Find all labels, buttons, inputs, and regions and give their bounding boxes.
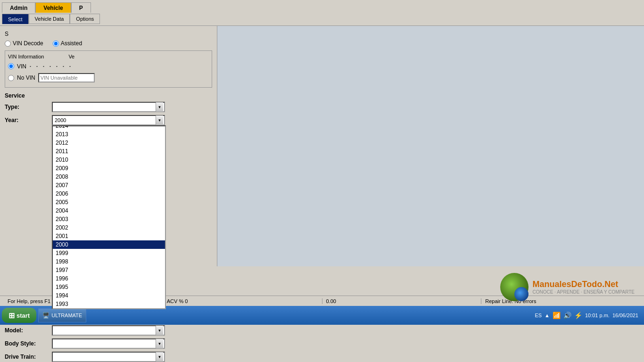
type-select-wrapper: ▼: [52, 102, 165, 112]
service-field: Service: [5, 92, 212, 99]
year-option-1995[interactable]: 1995: [53, 283, 165, 291]
taskbar-tray: ES ▲ 📶 🔊 ⚡ 10:01 p.m. 16/06/2021: [531, 312, 642, 319]
tray-date: 16/06/2021: [612, 313, 638, 318]
vin-decode-radio[interactable]: [5, 41, 11, 47]
watermark-logo-container: [500, 273, 528, 301]
year-option-2007[interactable]: 2007: [53, 181, 165, 189]
vin-decode-label: VIN Decode: [13, 40, 43, 47]
year-option-2003[interactable]: 2003: [53, 215, 165, 223]
mode-label: S: [5, 31, 212, 37]
tray-network-icon: 📶: [553, 312, 561, 319]
year-option-1997[interactable]: 1997: [53, 266, 165, 274]
drive-train-dropdown-arrow[interactable]: ▼: [156, 352, 163, 362]
year-option-2014[interactable]: 2014: [53, 125, 165, 130]
drive-train-select[interactable]: ▼: [52, 352, 165, 362]
vin-info-box: VIN Information Ve VIN · · · · · · · No …: [5, 50, 212, 88]
year-option-2005[interactable]: 2005: [53, 198, 165, 206]
model-select-wrapper: ▼: [52, 325, 165, 336]
model-dropdown-arrow[interactable]: ▼: [156, 326, 163, 335]
tab-vehicle[interactable]: Vehicle: [35, 2, 71, 13]
status-acv: ACV % 0: [163, 298, 322, 304]
vin-row: VIN · · · · · · ·: [8, 61, 209, 71]
status-amount: 0.00: [322, 298, 482, 304]
year-option-2006[interactable]: 2006: [53, 189, 165, 198]
year-option-1994[interactable]: 1994: [53, 291, 165, 300]
subtab-vehicle-data[interactable]: Vehicle Data: [29, 14, 70, 24]
type-dropdown-arrow[interactable]: ▼: [156, 102, 163, 112]
model-select[interactable]: ▼: [52, 325, 165, 336]
model-field: Model: ▼: [5, 325, 212, 336]
tab-admin[interactable]: Admin: [2, 2, 35, 13]
assisted-radio[interactable]: [53, 41, 59, 47]
watermark-text-block: ManualesDeTodo.Net CONOCE · APRENDE · EN…: [532, 280, 635, 295]
tray-time: 10:01 p.m.: [585, 313, 610, 318]
type-select[interactable]: ▼: [52, 102, 165, 112]
year-field: Year: 2000 ▼ 202220212020201920182017201…: [5, 115, 212, 125]
year-option-2001[interactable]: 2001: [53, 232, 165, 240]
year-option-1996[interactable]: 1996: [53, 274, 165, 283]
form-panel: S VIN Decode Assisted VIN Information Ve: [0, 26, 217, 266]
no-vin-row: No VIN: [8, 73, 209, 82]
watermark: ManualesDeTodo.Net CONOCE · APRENDE · EN…: [500, 273, 635, 301]
body-style-dropdown-arrow[interactable]: ▼: [156, 339, 163, 348]
drive-train-select-wrapper: ▼: [52, 352, 165, 362]
taskbar-app-ultramate[interactable]: 🖥️ ULTRAMATE: [38, 308, 86, 322]
vin-dots: · · · · · · ·: [29, 61, 72, 71]
tray-sound-icon: 🔊: [563, 312, 571, 319]
type-field: Type: ▼: [5, 102, 212, 112]
vin-decode-option[interactable]: VIN Decode: [5, 40, 43, 47]
year-option-2000[interactable]: 2000: [53, 240, 165, 249]
year-option-1993[interactable]: 1993: [53, 300, 165, 308]
year-dropdown-list[interactable]: 2022202120202019201820172016201520142013…: [52, 125, 166, 309]
year-option-2002[interactable]: 2002: [53, 223, 165, 232]
year-value: 2000: [55, 117, 66, 123]
sub-tab-bar: Select Vehicle Data Options: [0, 13, 644, 26]
year-option-2004[interactable]: 2004: [53, 206, 165, 215]
assisted-label: Assisted: [61, 40, 82, 47]
vin-label: VIN: [17, 63, 26, 70]
year-option-1998[interactable]: 1998: [53, 257, 165, 266]
start-button[interactable]: ⊞ start: [2, 308, 36, 323]
year-option-2011[interactable]: 2011: [53, 147, 165, 156]
tab-other[interactable]: P: [71, 2, 91, 13]
year-option-2009[interactable]: 2009: [53, 164, 165, 173]
subtab-options[interactable]: Options: [70, 14, 100, 24]
year-label: Year:: [5, 117, 52, 123]
body-style-select[interactable]: ▼: [52, 338, 165, 349]
tray-battery-icon: ⚡: [574, 312, 582, 319]
type-label: Type:: [5, 104, 52, 110]
model-label: Model:: [5, 327, 52, 334]
assisted-option[interactable]: Assisted: [53, 40, 82, 47]
year-option-1999[interactable]: 1999: [53, 249, 165, 257]
watermark-subtitle: CONOCE · APRENDE · ENSEÑA Y COMPARTE: [532, 289, 635, 295]
year-select-wrapper: 2000 ▼ 202220212020201920182017201620152…: [52, 115, 165, 125]
year-option-2013[interactable]: 2013: [53, 130, 165, 139]
year-option-2010[interactable]: 2010: [53, 156, 165, 164]
watermark-title: ManualesDeTodo.Net: [532, 280, 618, 289]
no-vin-radio[interactable]: [8, 75, 14, 81]
vin-info-title: VIN Information Ve: [8, 54, 209, 59]
body-style-field: Body Style: ▼: [5, 338, 212, 349]
tray-arrow-up: ▲: [545, 313, 550, 318]
vin-radio[interactable]: [8, 63, 14, 69]
content-area: S VIN Decode Assisted VIN Information Ve: [0, 26, 644, 266]
body-style-select-wrapper: ▼: [52, 338, 165, 349]
main-tab-nav: Admin Vehicle P: [0, 0, 644, 13]
body-style-label: Body Style:: [5, 340, 52, 347]
year-option-2008[interactable]: 2008: [53, 173, 165, 181]
no-vin-label: No VIN: [17, 74, 35, 81]
mode-radio-group: VIN Decode Assisted: [5, 40, 212, 47]
vin-unavailable-input[interactable]: [38, 73, 95, 82]
year-select[interactable]: 2000 ▼: [52, 115, 165, 125]
subtab-select[interactable]: Select: [2, 14, 29, 24]
drive-train-label: Drive Train:: [5, 354, 52, 360]
right-panel: [217, 26, 644, 266]
drive-train-field: Drive Train: ▼: [5, 352, 212, 362]
service-label: Service: [5, 92, 52, 99]
tray-lang: ES: [535, 313, 542, 318]
year-dropdown-arrow[interactable]: ▼: [156, 115, 163, 125]
year-option-2012[interactable]: 2012: [53, 139, 165, 147]
